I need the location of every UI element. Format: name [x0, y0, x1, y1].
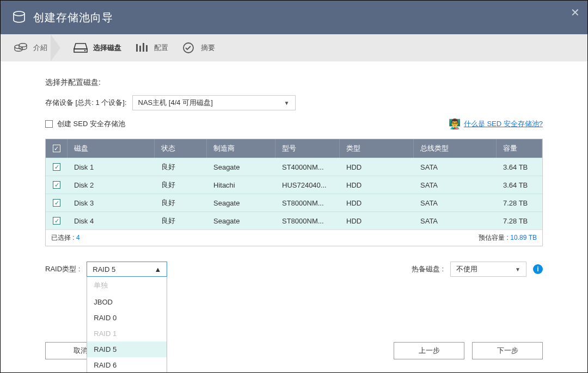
spare-select[interactable]: 不使用 ▼	[450, 262, 526, 277]
svg-rect-5	[136, 44, 138, 52]
cell-type: HDD	[340, 194, 414, 212]
raid-type-label: RAID类型 :	[45, 264, 80, 274]
raid-option[interactable]: JBOD	[87, 294, 167, 310]
window-title: 创建存储池向导	[33, 10, 113, 25]
raid-option: 单独	[87, 277, 167, 294]
cell-disk: Disk 1	[68, 158, 155, 176]
step-configure[interactable]: 配置	[134, 42, 168, 54]
th-mfr[interactable]: 制造商	[207, 139, 275, 158]
drive-icon	[74, 42, 88, 54]
step-label: 摘要	[201, 43, 215, 53]
cell-bus: SATA	[414, 212, 497, 229]
svg-rect-7	[143, 43, 144, 52]
device-label: 存储设备 [总共: 1 个设备]:	[45, 98, 127, 108]
check-circle-icon	[181, 42, 195, 54]
est-label: 预估容量 :	[479, 234, 510, 241]
select-all-checkbox[interactable]: ✓	[53, 145, 60, 152]
table-row[interactable]: ✓Disk 2良好HitachiHUS724040...HDDSATA3.64 …	[46, 176, 542, 194]
cell-disk: Disk 2	[68, 176, 155, 194]
disk-table: ✓ 磁盘 状态 制造商 型号 类型 总线类型 容量 ✓Disk 1良好Seaga…	[45, 139, 543, 246]
cell-mfr: Seagate	[207, 194, 275, 212]
cell-model: ST8000NM...	[275, 194, 340, 212]
step-label: 介紹	[33, 43, 47, 53]
table-header: ✓ 磁盘 状态 制造商 型号 类型 总线类型 容量	[46, 139, 542, 158]
cell-model: HUS724040...	[275, 176, 340, 194]
row-checkbox[interactable]: ✓	[53, 217, 60, 225]
sed-checkbox[interactable]	[45, 120, 53, 128]
info-icon[interactable]: i	[533, 264, 543, 274]
cell-status: 良好	[155, 158, 207, 176]
row-checkbox[interactable]: ✓	[53, 163, 60, 171]
sliders-icon	[134, 42, 149, 54]
close-icon[interactable]: ✕	[571, 6, 580, 19]
cell-bus: SATA	[414, 176, 497, 194]
cell-cap: 7.28 TB	[497, 194, 542, 212]
cell-status: 良好	[155, 176, 207, 194]
disks-icon	[14, 42, 28, 54]
cell-model: ST8000NM...	[275, 212, 340, 229]
cell-bus: SATA	[414, 194, 497, 212]
table-footer: 已选择 : 4 预估容量 : 10.89 TB	[46, 229, 542, 246]
raid-type-value: RAID 5	[93, 265, 115, 273]
th-cap[interactable]: 容量	[497, 139, 542, 158]
table-row[interactable]: ✓Disk 3良好SeagateST8000NM...HDDSATA7.28 T…	[46, 194, 542, 212]
next-button[interactable]: 下一步	[472, 342, 543, 359]
step-arrow	[51, 34, 60, 61]
cell-type: HDD	[340, 212, 414, 229]
cell-mfr: Hitachi	[207, 176, 275, 194]
cell-cap: 3.64 TB	[497, 158, 542, 176]
step-bar: 介紹 选择磁盘 配置 摘要	[1, 34, 587, 61]
cell-type: HDD	[340, 176, 414, 194]
device-select-value: NAS主机 [4/4 可用磁盘]	[138, 98, 213, 108]
svg-rect-6	[139, 46, 141, 52]
th-model[interactable]: 型号	[275, 139, 340, 158]
svg-point-4	[84, 50, 85, 51]
step-intro[interactable]: 介紹	[14, 42, 47, 54]
table-row[interactable]: ✓Disk 4良好SeagateST8000NM...HDDSATA7.28 T…	[46, 212, 542, 229]
th-status[interactable]: 状态	[155, 139, 207, 158]
est-value: 10.89 TB	[510, 234, 537, 241]
raid-option[interactable]: RAID 5	[87, 341, 167, 357]
cell-disk: Disk 3	[68, 194, 155, 212]
cell-disk: Disk 4	[68, 212, 155, 229]
device-select[interactable]: NAS主机 [4/4 可用磁盘] ▼	[132, 95, 296, 110]
selected-label: 已选择 :	[51, 234, 76, 241]
wizard-window: 创建存储池向导 ✕ 介紹 选择磁盘 配置 摘要 选择并配置磁盘: 存储设备 [总…	[0, 0, 588, 373]
cell-bus: SATA	[414, 158, 497, 176]
chevron-up-icon: ▲	[154, 265, 161, 273]
titlebar: 创建存储池向导 ✕	[1, 1, 587, 34]
table-row[interactable]: ✓Disk 1良好SeagateST4000NM...HDDSATA3.64 T…	[46, 158, 542, 176]
th-type[interactable]: 类型	[340, 139, 414, 158]
spare-label: 热备磁盘 :	[412, 264, 444, 274]
content-area: 选择并配置磁盘: 存储设备 [总共: 1 个设备]: NAS主机 [4/4 可用…	[1, 61, 587, 372]
cell-status: 良好	[155, 194, 207, 212]
chevron-down-icon: ▼	[515, 266, 520, 272]
spare-value: 不使用	[456, 264, 477, 274]
raid-type-select[interactable]: RAID 5 ▲	[87, 262, 167, 277]
chevron-down-icon: ▼	[284, 100, 290, 106]
step-select-disk[interactable]: 选择磁盘	[74, 42, 121, 54]
help-avatar-icon: 👨‍🏫	[449, 118, 461, 130]
selected-count: 4	[76, 234, 80, 241]
raid-option: RAID 1	[87, 326, 167, 341]
sed-label: 创建 SED 安全存储池	[57, 119, 125, 129]
svg-point-2	[19, 43, 27, 47]
cell-status: 良好	[155, 212, 207, 229]
row-checkbox[interactable]: ✓	[53, 199, 60, 207]
cell-model: ST4000NM...	[275, 158, 340, 176]
cell-mfr: Seagate	[207, 158, 275, 176]
cell-cap: 7.28 TB	[497, 212, 542, 229]
prev-button[interactable]: 上一步	[394, 342, 464, 359]
raid-option[interactable]: RAID 6	[87, 357, 167, 373]
th-disk[interactable]: 磁盘	[68, 139, 155, 158]
th-bus[interactable]: 总线类型	[414, 139, 497, 158]
cell-type: HDD	[340, 158, 414, 176]
raid-option[interactable]: RAID 0	[87, 310, 167, 326]
storage-pool-icon	[11, 9, 27, 26]
step-label: 选择磁盘	[93, 43, 121, 53]
row-checkbox[interactable]: ✓	[53, 181, 60, 189]
table-body: ✓Disk 1良好SeagateST4000NM...HDDSATA3.64 T…	[46, 158, 542, 229]
cell-cap: 3.64 TB	[497, 176, 542, 194]
sed-help-link[interactable]: 什么是 SED 安全存储池?	[464, 119, 543, 129]
step-summary[interactable]: 摘要	[181, 42, 215, 54]
